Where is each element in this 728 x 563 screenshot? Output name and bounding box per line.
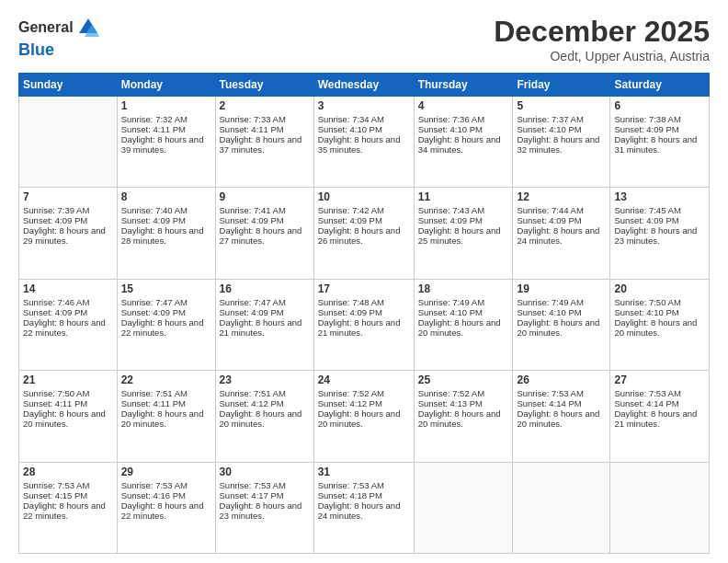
sunrise: Sunrise: 7:49 AM [418,297,509,307]
sunrise: Sunrise: 7:50 AM [614,297,705,307]
sunrise: Sunrise: 7:53 AM [220,480,310,490]
week-row-1: 7Sunrise: 7:39 AMSunset: 4:09 PMDaylight… [19,188,710,279]
day-cell: 16Sunrise: 7:47 AMSunset: 4:09 PMDayligh… [215,279,313,370]
col-header-tuesday: Tuesday [215,74,313,97]
sunset: Sunset: 4:09 PM [517,215,606,225]
day-number: 22 [121,373,211,386]
daylight: Daylight: 8 hours and 23 minutes. [220,500,310,521]
sunrise: Sunrise: 7:42 AM [318,205,410,215]
week-row-4: 28Sunrise: 7:53 AMSunset: 4:15 PMDayligh… [19,462,710,553]
day-number: 1 [121,99,211,112]
sunset: Sunset: 4:09 PM [23,215,113,225]
sunrise: Sunrise: 7:32 AM [121,114,211,124]
daylight: Daylight: 8 hours and 20 minutes. [121,408,211,429]
sunset: Sunset: 4:10 PM [517,124,606,134]
sunset: Sunset: 4:11 PM [121,398,211,408]
sunrise: Sunrise: 7:36 AM [418,114,509,124]
daylight: Daylight: 8 hours and 20 minutes. [23,408,113,429]
col-header-monday: Monday [117,74,215,97]
daylight: Daylight: 8 hours and 37 minutes. [220,134,310,155]
day-cell: 17Sunrise: 7:48 AMSunset: 4:09 PMDayligh… [313,279,414,370]
sunrise: Sunrise: 7:34 AM [318,114,410,124]
sunrise: Sunrise: 7:53 AM [121,480,211,490]
logo-text-block: General Blue [18,15,101,60]
col-header-wednesday: Wednesday [313,74,414,97]
daylight: Daylight: 8 hours and 24 minutes. [517,225,606,246]
daylight: Daylight: 8 hours and 21 minutes. [220,317,310,338]
daylight: Daylight: 8 hours and 20 minutes. [220,408,310,429]
day-cell: 19Sunrise: 7:49 AMSunset: 4:10 PMDayligh… [513,279,610,370]
day-number: 26 [517,373,606,386]
sunset: Sunset: 4:09 PM [220,307,310,317]
day-cell: 31Sunrise: 7:53 AMSunset: 4:18 PMDayligh… [313,462,414,553]
sunset: Sunset: 4:09 PM [614,215,705,225]
sunrise: Sunrise: 7:50 AM [23,388,113,398]
sunrise: Sunrise: 7:52 AM [318,388,410,398]
day-number: 20 [614,282,705,295]
week-row-3: 21Sunrise: 7:50 AMSunset: 4:11 PMDayligh… [19,371,710,462]
day-cell: 11Sunrise: 7:43 AMSunset: 4:09 PMDayligh… [414,188,513,279]
sunset: Sunset: 4:09 PM [418,215,509,225]
logo-icon [75,15,101,40]
sunrise: Sunrise: 7:33 AM [220,114,310,124]
sunset: Sunset: 4:12 PM [220,398,310,408]
sunset: Sunset: 4:10 PM [418,124,509,134]
sunrise: Sunrise: 7:43 AM [418,205,509,215]
day-number: 9 [220,190,310,203]
sunset: Sunset: 4:14 PM [614,398,705,408]
calendar-table: SundayMondayTuesdayWednesdayThursdayFrid… [18,73,710,554]
day-cell [19,97,118,188]
sunset: Sunset: 4:09 PM [121,215,211,225]
col-header-thursday: Thursday [414,74,513,97]
day-cell: 15Sunrise: 7:47 AMSunset: 4:09 PMDayligh… [117,279,215,370]
sunset: Sunset: 4:10 PM [517,307,606,317]
logo-blue: Blue [18,40,54,59]
daylight: Daylight: 8 hours and 22 minutes. [121,500,211,521]
header: General Blue December 2025 Oedt, U [18,15,710,63]
day-number: 7 [23,190,113,203]
col-header-sunday: Sunday [19,74,118,97]
day-cell: 21Sunrise: 7:50 AMSunset: 4:11 PMDayligh… [19,371,118,462]
day-cell: 3Sunrise: 7:34 AMSunset: 4:10 PMDaylight… [313,97,414,188]
sunrise: Sunrise: 7:52 AM [418,388,509,398]
day-number: 19 [517,282,606,295]
day-cell: 29Sunrise: 7:53 AMSunset: 4:16 PMDayligh… [117,462,215,553]
day-cell: 28Sunrise: 7:53 AMSunset: 4:15 PMDayligh… [19,462,118,553]
day-cell: 30Sunrise: 7:53 AMSunset: 4:17 PMDayligh… [215,462,313,553]
sunset: Sunset: 4:10 PM [614,307,705,317]
location: Oedt, Upper Austria, Austria [494,49,710,63]
sunset: Sunset: 4:17 PM [220,490,310,500]
sunrise: Sunrise: 7:53 AM [517,388,606,398]
day-number: 6 [614,99,705,112]
daylight: Daylight: 8 hours and 22 minutes. [23,500,113,521]
daylight: Daylight: 8 hours and 29 minutes. [23,225,113,246]
day-cell [610,462,710,553]
sunset: Sunset: 4:14 PM [517,398,606,408]
daylight: Daylight: 8 hours and 22 minutes. [121,317,211,338]
sunset: Sunset: 4:09 PM [318,215,410,225]
day-cell: 1Sunrise: 7:32 AMSunset: 4:11 PMDaylight… [117,97,215,188]
daylight: Daylight: 8 hours and 26 minutes. [318,225,410,246]
day-cell: 8Sunrise: 7:40 AMSunset: 4:09 PMDaylight… [117,188,215,279]
day-number: 27 [614,373,705,386]
day-number: 17 [318,282,410,295]
sunset: Sunset: 4:16 PM [121,490,211,500]
day-number: 24 [318,373,410,386]
day-number: 21 [23,373,113,386]
sunrise: Sunrise: 7:51 AM [220,388,310,398]
day-number: 11 [418,190,509,203]
sunset: Sunset: 4:11 PM [23,398,113,408]
sunrise: Sunrise: 7:37 AM [517,114,606,124]
page: General Blue December 2025 Oedt, U [0,0,728,563]
sunrise: Sunrise: 7:44 AM [517,205,606,215]
day-number: 2 [220,99,310,112]
calendar: SundayMondayTuesdayWednesdayThursdayFrid… [18,73,710,554]
day-cell: 4Sunrise: 7:36 AMSunset: 4:10 PMDaylight… [414,97,513,188]
day-cell [513,462,610,553]
day-number: 28 [23,465,113,478]
day-cell: 23Sunrise: 7:51 AMSunset: 4:12 PMDayligh… [215,371,313,462]
day-number: 12 [517,190,606,203]
sunrise: Sunrise: 7:47 AM [121,297,211,307]
day-cell: 9Sunrise: 7:41 AMSunset: 4:09 PMDaylight… [215,188,313,279]
sunrise: Sunrise: 7:39 AM [23,205,113,215]
